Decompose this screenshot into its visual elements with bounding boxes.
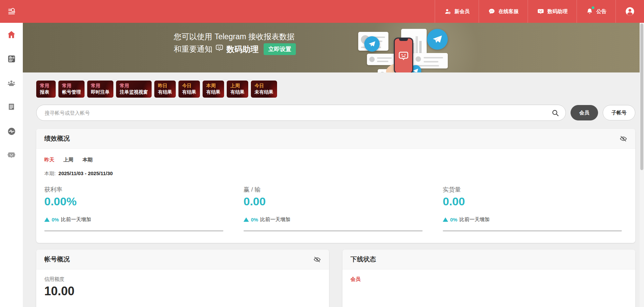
telegram-banner: 您可以使用 Telegram 接收报表数据 和重要通知 数码助理 立即设置 [23,23,644,72]
bell-icon [586,8,593,15]
account-overview-card: 帐号概况 信用额度 10.00 [36,250,329,307]
tag-reports[interactable]: 常用 报表 [36,81,56,98]
sidebar-item-home[interactable] [6,30,16,40]
triangle-up-icon [244,217,249,222]
sidebar-item-reports[interactable] [6,54,16,64]
home-icon [7,30,16,41]
report-icon [7,54,16,65]
sidebar [0,23,23,307]
performance-title: 绩效概况 [44,134,70,143]
downline-status-card: 下线状态 会员 [342,250,635,307]
triangle-up-icon [443,217,448,222]
banner-line2-prefix: 和重要通知 [174,43,212,55]
downline-member-tab[interactable]: 会员 [351,276,361,283]
menu-search-icon[interactable] [4,4,19,19]
eye-off-icon[interactable] [620,135,627,143]
sidebar-item-accounts[interactable] [6,79,16,89]
performance-overview-card: 绩效概况 昨天 上周 本期 本期: 2025/11/03 - 2025/11/3… [36,129,635,243]
activity-pulse-icon [7,127,16,137]
subaccount-filter-button[interactable]: 子帐号 [603,105,635,120]
eye-off-icon[interactable] [313,256,321,263]
tag-thisweek-results[interactable]: 本周 有结果 [203,81,224,98]
metrics-row: 获利率 0.00% 0% 比前一天增加 赢 / 输 0.00 [44,186,627,232]
credit-limit-label: 信用额度 [44,276,321,283]
nav-label: 新会员 [454,8,470,15]
nav-online-service[interactable]: 在线客服 [479,0,528,23]
metric-turnover: 实货量 0.00 0% 比前一天增加 [443,186,627,232]
tag-yesterday-results[interactable]: 昨日 有结果 [154,81,176,98]
nav-label: 在线客服 [498,8,519,15]
progress-bar [44,230,223,232]
search-icon[interactable] [551,109,559,118]
bet-list-icon [7,103,16,113]
avatar-icon [625,6,635,16]
bottom-cards-row: 帐号概况 信用额度 10.00 下线状态 会员 [36,250,635,307]
search-input[interactable] [36,105,566,121]
chat-icon [488,8,495,15]
scrollbar-thumb[interactable] [640,23,643,170]
downline-status-title: 下线状态 [351,255,376,264]
tab-lastweek[interactable]: 上周 [63,157,73,163]
performance-tabs: 昨天 上周 本期 [44,157,627,163]
quick-tags-row: 常用 报表 常用 帐号管理 常用 即时注单 常用 注单监视视窗 昨日 有结果 今… [36,81,635,98]
tag-lastweek-results[interactable]: 上周 有结果 [227,81,248,98]
banner-line2-bold: 数码助理 [226,43,259,55]
sidebar-item-bet-list[interactable] [6,103,16,113]
member-filter-button[interactable]: 会员 [571,105,598,120]
banner-line1: 您可以使用 Telegram 接收报表数据 [174,31,296,43]
tab-yesterday[interactable]: 昨天 [44,157,54,163]
nav-label: 公告 [596,8,606,15]
banner-message-graphic [367,54,396,65]
robot-icon [537,8,544,15]
nav-label: 数码助理 [547,8,568,15]
progress-bar [443,230,622,232]
unread-dot [592,6,594,9]
triangle-up-icon [44,217,50,222]
top-bar: 新会员 在线客服 数码助理 公告 [0,0,644,23]
nav-new-member[interactable]: 新会员 [435,0,479,23]
tab-currentperiod[interactable]: 本期 [83,157,93,163]
tag-account-management[interactable]: 常用 帐号管理 [58,81,85,98]
account-overview-title: 帐号概况 [44,255,70,264]
nav-digital-assistant[interactable]: 数码助理 [528,0,577,23]
content: 常用 报表 常用 帐号管理 常用 即时注单 常用 注单监视视窗 昨日 有结果 今… [23,72,644,307]
nav-announcements[interactable]: 公告 [577,0,615,23]
tag-bet-monitor[interactable]: 常用 注单监视视窗 [116,81,152,98]
profile-button[interactable] [615,0,644,23]
top-navigation: 新会员 在线客服 数码助理 公告 [435,0,644,23]
tag-today-noresults[interactable]: 今日 未有结果 [251,81,277,98]
phone-graphic [394,38,413,72]
telegram-icon [427,29,448,50]
credit-limit-value: 10.00 [44,284,321,298]
telegram-icon [364,36,380,52]
person-add-icon [444,8,451,15]
metric-win-loss: 赢 / 输 0.00 0% 比前一天增加 [244,186,428,232]
progress-bar [244,230,423,232]
main-area: 您可以使用 Telegram 接收报表数据 和重要通知 数码助理 立即设置 [23,23,644,307]
search-row: 会员 子帐号 [36,105,635,121]
page-scrollbar[interactable] [640,23,644,307]
banner-text: 您可以使用 Telegram 接收报表数据 和重要通知 数码助理 立即设置 [174,31,296,55]
sidebar-item-activity[interactable] [6,127,16,137]
setup-now-button[interactable]: 立即设置 [264,43,296,55]
assistant-robot-icon [7,151,16,161]
accounts-group-icon [7,78,16,89]
metric-profit-rate: 获利率 0.00% 0% 比前一天增加 [44,186,229,232]
sidebar-item-assistant[interactable] [6,151,16,161]
period-range: 本期: 2025/11/03 - 2025/11/30 [44,170,627,177]
tag-live-bets[interactable]: 常用 即时注单 [87,81,113,98]
tag-today-results[interactable]: 今日 有结果 [178,81,200,98]
robot-icon [215,43,223,55]
